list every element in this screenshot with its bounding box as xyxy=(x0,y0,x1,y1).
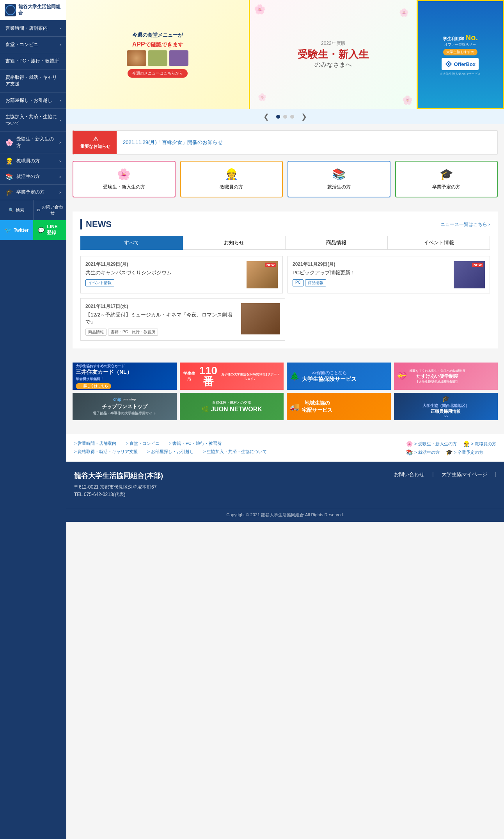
faculty-icon: 👷 xyxy=(225,168,238,181)
quick-link-faculty[interactable]: 👷 教職員の方 xyxy=(180,161,283,197)
carousel-dot-3[interactable] xyxy=(290,115,294,119)
sidebar-item-graduate[interactable]: 🎓 卒業予定の方 › xyxy=(0,185,66,200)
slide-title: 受験生・新入生 xyxy=(298,48,369,60)
news-tag-pc: PC xyxy=(293,279,303,286)
sidebar-item-housing[interactable]: お部屋探し・お引越し › xyxy=(0,92,66,109)
sidebar-item-prospective[interactable]: 🌸 受験生・新入生の方 › xyxy=(0,132,66,153)
banner-chip[interactable]: chip one stop チップワンストップ 電子部品・半導体の大学生協専用サ… xyxy=(73,393,177,420)
footer-nav-graduate[interactable]: 卒業予定の方 xyxy=(454,450,483,455)
sidebar-social: 🐦 Twitter 💬 LINE登録 xyxy=(0,220,66,240)
contact-button[interactable]: ✉ お問い合わせ xyxy=(34,200,67,220)
footer-mypage-link[interactable]: 大学生協マイページ xyxy=(442,471,487,478)
line-button[interactable]: 💬 LINE登録 xyxy=(33,220,66,240)
news-featured: 2021年11月17日(水) 【12/2～予約受付】ミュージカル・キネマ『今夜、… xyxy=(80,298,490,341)
banner-hoken[interactable]: 🌲 >>保険のことなら 大学生協保険サービス xyxy=(287,363,391,390)
sidebar-logo[interactable]: u 龍谷大学生活協同組合 xyxy=(0,0,66,20)
footer-nav-faculty[interactable]: 教職員の方 xyxy=(471,441,496,447)
sidebar-item-store[interactable]: 営業時間・店舗案内 › xyxy=(0,20,66,37)
news-tab-products[interactable]: 商品情報 xyxy=(285,236,388,250)
news-tag-product2: 商品情報 xyxy=(85,329,106,336)
quick-link-jobseeker[interactable]: 📚 就活生の方 xyxy=(287,161,390,197)
sidebar-item-membership[interactable]: 生協加入・共済・生協について › xyxy=(0,109,66,132)
news-tab-notice[interactable]: お知らせ xyxy=(183,236,286,250)
footer-nav-prospective[interactable]: 受験生・新入生の方 xyxy=(414,441,456,447)
news-title: NEWS xyxy=(80,219,112,229)
footer-links: お問い合わせ | 大学生協マイページ | xyxy=(394,471,496,478)
main-content: 今週の食堂メニューが APPで確認できます 今週のメニューはこちらから xyxy=(66,0,504,522)
news-tab-all[interactable]: すべて xyxy=(80,236,183,250)
twitter-button[interactable]: 🐦 Twitter xyxy=(0,220,33,240)
news-more-link[interactable]: ニュース一覧はこちら › xyxy=(440,221,490,228)
banner-110[interactable]: 学生生活 110番 お子様の大学生活を24時間365日サポートします。 xyxy=(180,363,284,390)
chevron-icon: › xyxy=(59,158,61,164)
footer-nav-cafeteria[interactable]: 食堂・コンビニ xyxy=(126,441,159,446)
footer-org-name: 龍谷大学生活協同組合(本部) xyxy=(74,471,163,480)
news-item-2[interactable]: 2021年11月29日(月) PCピックアップ情報更新！ PC 商品情報 NEW xyxy=(287,256,490,293)
slide-year: 2022年度版 xyxy=(321,40,346,47)
footer-main: 龍谷大学生活協同組合(本部) 〒612-0021 京都市伏見区深草塚本町67 T… xyxy=(66,462,504,508)
line-icon: 💬 xyxy=(38,227,44,233)
news-tab-events[interactable]: イベント情報 xyxy=(388,236,490,250)
footer-nav-jobseeker[interactable]: 就活生の方 xyxy=(414,450,439,455)
new-badge: NEW xyxy=(265,263,276,267)
prospective-icon: 🌸 xyxy=(117,168,131,181)
quick-link-graduate[interactable]: 🎓 卒業予定の方 xyxy=(395,161,498,197)
sidebar-item-books[interactable]: 書籍・PC・旅行・教習所 xyxy=(0,53,66,69)
banner-tasuke[interactable]: 💝 後輩をてくれる学生・先生への助成制度 たすけあい奨学制度 【大学生協奨学地域… xyxy=(394,363,498,390)
banner-chiiki[interactable]: 🚚 地域生協の 宅配サービス xyxy=(287,393,391,420)
announcement-badge: ⚠ 重要なお知らせ xyxy=(74,131,117,154)
chevron-icon: › xyxy=(60,26,61,30)
carousel-dot-2[interactable] xyxy=(283,115,287,119)
sidebar-item-jobseeker[interactable]: 📚 就活生の方 › xyxy=(0,169,66,185)
footer-copyright: Copyright © 2021 龍谷大学生活協同組合 All Rights R… xyxy=(66,508,504,522)
sidebar-search-contact: 🔍 検索 ✉ お問い合わせ xyxy=(0,200,66,220)
carousel-dot-1[interactable] xyxy=(276,115,280,119)
news-tag-product: 商品情報 xyxy=(305,279,326,286)
news-image-2: NEW xyxy=(454,261,485,288)
announcement-text: 2021.11.29(月)「百縁夕食」開催のお知らせ xyxy=(117,134,229,151)
footer-nav-row-2: 資格取得・就活・キャリア支援 お部屋探し・お引越し 生協加入・共済・生協について xyxy=(74,449,400,455)
new-badge-2: NEW xyxy=(472,263,483,267)
sidebar-item-career[interactable]: 資格取得・就活・キャリア支援 xyxy=(0,69,66,92)
search-button[interactable]: 🔍 検索 xyxy=(0,200,34,220)
next-arrow[interactable]: ❯ xyxy=(297,112,311,121)
sidebar-item-cafeteria[interactable]: 食堂・コンビニ › xyxy=(0,37,66,53)
hero-carousel: 今週の食堂メニューが APPで確認できます 今週のメニューはこちらから xyxy=(66,0,504,124)
chevron-icon: › xyxy=(59,174,61,180)
jobseeker-icon: 📚 xyxy=(332,168,346,181)
footer-nav-books[interactable]: 書籍・PC・旅行・教習所 xyxy=(169,441,222,446)
sidebar-item-faculty[interactable]: 👷 教職員の方 › xyxy=(0,153,66,169)
menu-button[interactable]: 今週のメニューはこちらから xyxy=(128,69,188,78)
news-tag-books: 書籍・PC・旅行・教習所 xyxy=(108,329,158,336)
prev-arrow[interactable]: ❮ xyxy=(259,112,273,121)
carousel-controls: ❮ ❯ xyxy=(66,109,504,124)
news-featured-item[interactable]: 2021年11月17日(水) 【12/2～予約受付】ミュージカル・キネマ『今夜、… xyxy=(80,298,285,341)
chevron-icon: › xyxy=(60,118,61,123)
news-image-1: NEW xyxy=(247,261,278,288)
footer-nav-store[interactable]: 営業時間・店舗案内 xyxy=(74,441,116,446)
footer-nav-membership[interactable]: 生協加入・共済・生協について xyxy=(203,449,267,455)
announcement-bar: ⚠ 重要なお知らせ 2021.11.29(月)「百縁夕食」開催のお知らせ xyxy=(73,130,498,155)
announcement-link[interactable]: 2021.11.29(月)「百縁夕食」開催のお知らせ xyxy=(123,139,223,145)
footer-nav-career[interactable]: 資格取得・就活・キャリア支援 xyxy=(74,449,138,455)
hero-slide-2: 今週の食堂メニューが APPで確認できます 今週のメニューはこちらから xyxy=(66,0,504,109)
twitter-icon: 🐦 xyxy=(5,227,11,233)
news-featured-image xyxy=(241,303,280,334)
quick-link-prospective[interactable]: 🌸 受験生・新入生の方 xyxy=(73,161,176,197)
news-tag-event: イベント情報 xyxy=(85,279,114,286)
footer-nav-housing[interactable]: お部屋探し・お引越し xyxy=(147,449,193,455)
logo-icon: u xyxy=(5,4,16,16)
hero-area: 今週の食堂メニューが APPで確認できます 今週のメニューはこちらから xyxy=(66,0,504,124)
footer-org-info: 龍谷大学生活協同組合(本部) 〒612-0021 京都市伏見区深草塚本町67 T… xyxy=(74,471,163,498)
banner-grid-1: 大学生協おすすめの安心カード 三井住友カード（NL） 年会費永年無料！ → 詳し… xyxy=(66,363,504,393)
banner-mitsui[interactable]: 大学生協おすすめの安心カード 三井住友カード（NL） 年会費永年無料！ → 詳し… xyxy=(73,363,177,390)
graduate-icon: 🎓 xyxy=(440,168,453,181)
footer-address-tel: TEL 075-642-0213(代表) xyxy=(74,491,163,498)
footer-contact-link[interactable]: お問い合わせ xyxy=(394,471,424,478)
banner-juon[interactable]: 自然体験・農村との交流 🌿 JUON NETWORK xyxy=(180,393,284,420)
news-header: NEWS ニュース一覧はこちら › xyxy=(80,219,490,229)
news-item-1[interactable]: 2021年11月29日(月) 共生のキャンパスづくりシンポジウム イベント情報 … xyxy=(80,256,283,293)
chevron-icon: › xyxy=(60,43,61,47)
banner-daigaku[interactable]: 🎓 大学生協（関西北陸地区） 正職員採用情報 >> xyxy=(394,393,498,420)
footer-address-postal: 〒612-0021 京都市伏見区深草塚本町67 xyxy=(74,483,163,491)
